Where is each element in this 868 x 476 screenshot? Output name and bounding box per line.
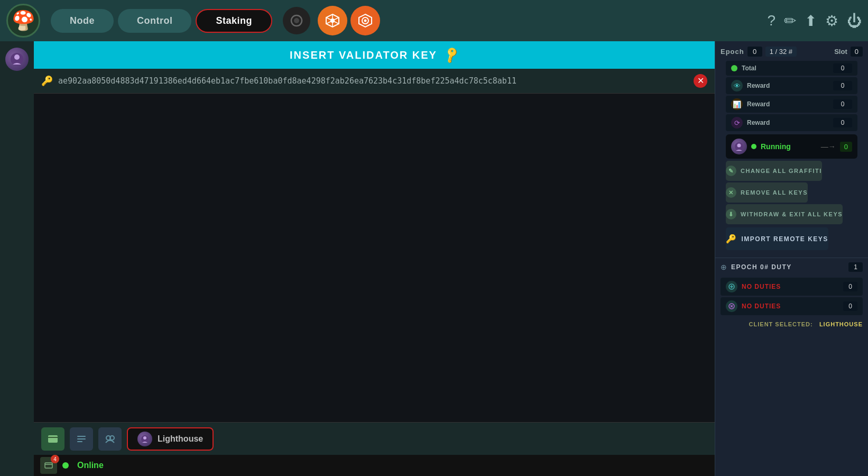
client-selected-prefix: CLIENT SELECTED: — [749, 321, 813, 327]
status-icon[interactable]: 4 — [40, 457, 57, 474]
remove-keys-icon: ✕ — [726, 187, 736, 198]
duty-icon-2 — [726, 300, 737, 312]
panel-title: INSERT VALIDATOR KEY — [290, 49, 437, 61]
reward-val-3: 0 — [833, 118, 852, 127]
epoch-label: Epoch — [721, 48, 744, 56]
svg-point-1 — [294, 18, 299, 23]
bottom-icon-btn-1[interactable] — [41, 427, 64, 451]
svg-point-16 — [143, 436, 146, 440]
running-dot — [751, 144, 756, 149]
slot-label: Slot — [834, 48, 847, 56]
epoch-row: Epoch 0 1 / 32 # Slot 0 — [721, 47, 863, 57]
import-icon: 🔑 — [726, 234, 737, 244]
change-graffiti-button[interactable]: ✎ CHANGE ALL GRAFFITI — [726, 161, 822, 181]
running-arrow-icon: —→ — [821, 142, 836, 151]
reward-label-2: Reward — [747, 100, 829, 108]
panel-header: INSERT VALIDATOR KEY 🔑 — [34, 41, 715, 69]
total-label: Total — [742, 65, 829, 72]
logo[interactable]: 🍄 — [6, 4, 40, 38]
right-top: Epoch 0 1 / 32 # Slot 0 Total 0 👁 Reward… — [715, 41, 868, 253]
svg-point-11 — [14, 54, 20, 60]
withdraw-keys-label: WITHDRAW & EXIT ALL KEYS — [741, 211, 843, 217]
client-selected: CLIENT SELECTED: LIGHTHOUSE — [715, 317, 868, 332]
status-badge: 4 — [51, 455, 59, 463]
client-selected-name: LIGHTHOUSE — [819, 321, 863, 327]
epoch-duty-section: ⊕ EPOCH 0# DUTY 1 NO DUTIES 0 — [715, 258, 868, 332]
reward-icon-2: 📊 — [731, 98, 743, 110]
token-icon-1[interactable] — [318, 6, 347, 35]
nav-tabs: Node Control Staking — [51, 9, 272, 33]
epoch-duty-label: EPOCH 0# DUTY — [731, 263, 844, 271]
help-button[interactable]: ? — [767, 12, 775, 29]
running-row: Running —→ 0 — [726, 134, 857, 159]
epoch-duty-header: ⊕ EPOCH 0# DUTY 1 — [715, 258, 868, 276]
bottom-icon-btn-3[interactable] — [98, 427, 122, 451]
svg-point-19 — [737, 144, 741, 148]
key-clear-button[interactable]: ✕ — [694, 74, 707, 88]
svg-point-9 — [364, 20, 367, 22]
import-remote-keys-button[interactable]: 🔑 IMPORT REMOTE KEYS — [726, 227, 828, 250]
sidebar-avatar[interactable] — [5, 48, 29, 71]
duty-no-label-2: NO DUTIES — [742, 303, 839, 310]
running-value: 0 — [840, 142, 852, 152]
lighthouse-avatar — [137, 432, 152, 446]
reward-val-2: 0 — [833, 99, 852, 109]
exit-button[interactable]: ⏻ — [847, 12, 862, 30]
bottom-icon-btn-2[interactable] — [70, 427, 93, 451]
remove-keys-button[interactable]: ✕ REMOVE ALL KEYS — [726, 182, 808, 203]
withdraw-icon: ⬇ — [726, 209, 736, 219]
withdraw-keys-button[interactable]: ⬇ WITHDRAW & EXIT ALL KEYS — [726, 204, 843, 224]
total-dot — [731, 65, 737, 71]
slot-value: 0 — [851, 47, 863, 57]
duty-row-1: NO DUTIES 0 — [721, 278, 863, 296]
status-bar: 4 Online — [34, 455, 715, 476]
running-label: Running — [761, 142, 817, 151]
edit-button[interactable]: ✏ — [784, 12, 796, 30]
key-icon: 🔑 — [442, 45, 461, 65]
duty-row-2: NO DUTIES 0 — [721, 297, 863, 315]
graffiti-icon: ✎ — [726, 166, 736, 176]
online-status-text: Online — [77, 461, 104, 470]
right-panel: Epoch 0 1 / 32 # Slot 0 Total 0 👁 Reward… — [715, 41, 868, 476]
reward-row-3: ⟳ Reward 0 — [726, 114, 857, 131]
token-icon-2[interactable] — [350, 6, 380, 35]
upload-button[interactable]: ⬆ — [805, 12, 817, 30]
nav-right-icons: ? ✏ ⬆ ⚙ ⏻ — [767, 12, 862, 30]
key-small-icon: 🔑 — [41, 75, 53, 87]
duty-no-label-1: NO DUTIES — [742, 283, 839, 290]
duty-val-1: 0 — [843, 282, 857, 291]
reward-icon-3: ⟳ — [731, 117, 743, 129]
running-avatar — [731, 139, 747, 154]
tab-node[interactable]: Node — [51, 9, 114, 33]
top-nav: 🍄 Node Control Staking — [0, 0, 868, 41]
online-dot — [62, 462, 69, 469]
epoch-duty-icon: ⊕ — [721, 263, 727, 271]
change-graffiti-label: CHANGE ALL GRAFFITI — [741, 168, 822, 174]
reward-label-1: Reward — [747, 82, 829, 89]
lighthouse-button[interactable]: Lighthouse — [127, 427, 214, 451]
duty-icon-1 — [726, 281, 737, 292]
left-sidebar — [0, 41, 34, 476]
total-value: 0 — [833, 63, 852, 73]
tab-control[interactable]: Control — [118, 9, 191, 33]
center-panel: INSERT VALIDATOR KEY 🔑 🔑 ✕ — [34, 41, 715, 476]
token-icons — [318, 6, 380, 35]
epoch-value: 0 — [747, 47, 762, 57]
bottom-bar: Lighthouse — [34, 422, 715, 455]
svg-rect-12 — [48, 435, 58, 443]
validator-key-input[interactable] — [58, 76, 688, 86]
epoch-fraction: 1 / 32 # — [765, 47, 797, 57]
reward-label-3: Reward — [747, 119, 829, 126]
dark-area — [34, 94, 715, 422]
tab-staking[interactable]: Staking — [196, 9, 272, 33]
reward-row-2: 📊 Reward 0 — [726, 96, 857, 113]
main-content: INSERT VALIDATOR KEY 🔑 🔑 ✕ — [0, 41, 868, 476]
camera-button[interactable] — [283, 7, 310, 34]
svg-rect-17 — [45, 463, 52, 468]
epoch-duty-value: 1 — [848, 262, 863, 272]
lighthouse-label: Lighthouse — [158, 434, 203, 444]
reward-row-1: 👁 Reward 0 — [726, 77, 857, 94]
total-row: Total 0 — [726, 61, 857, 76]
settings-button[interactable]: ⚙ — [825, 12, 838, 30]
reward-val-1: 0 — [833, 81, 852, 90]
